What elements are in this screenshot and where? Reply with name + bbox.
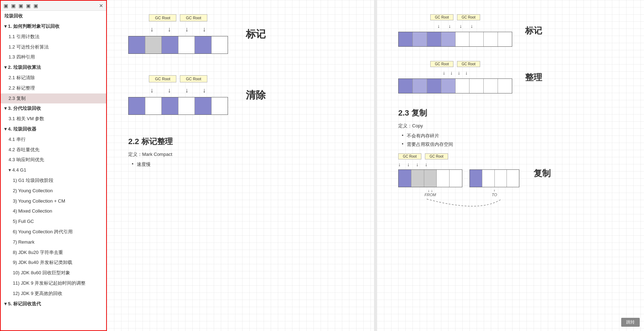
- sidebar-item-s4-4-10[interactable]: 10) JDK 8u60 回收巨型对象: [1, 268, 106, 278]
- main-content: GC Root GC Root ↓ ↓ ↓ ↓: [107, 0, 644, 331]
- smem-1: [129, 97, 145, 114]
- sidebar-tree[interactable]: ▾ 1. 如何判断对象可以回收1.1 引用计数法1.2 可达性分析算法1.3 四…: [1, 21, 106, 330]
- sidebar: ▣ ▣ ▣ ▣ ▣ ✕ 垃圾回收 ▾ 1. 如何判断对象可以回收1.1 引用计数…: [0, 0, 107, 331]
- to-b1: [470, 170, 482, 187]
- rm8: [498, 32, 512, 46]
- sidebar-item-s4-1[interactable]: 4.1 串行: [1, 134, 106, 145]
- section-22-heading: 2.2 标记整理: [128, 136, 353, 147]
- rm5: [456, 32, 470, 46]
- sidebar-item-s4-2[interactable]: 4.2 吞吐量优先: [1, 145, 106, 155]
- bullet-slow: 速度慢: [132, 161, 353, 168]
- bullet-no-frag: 不会有内存碎片: [402, 133, 623, 139]
- sidebar-item-s4-4-1[interactable]: 1) G1 垃圾回收阶段: [1, 175, 106, 186]
- gc-root-row-sweep: GC Root GC Root: [149, 75, 207, 82]
- right-compact-arrows: ↓↓↓↓: [443, 70, 468, 76]
- icon-5[interactable]: ▣: [33, 3, 38, 9]
- sidebar-item-s4[interactable]: ▾ 4. 垃圾回收器: [1, 124, 106, 134]
- from-b4: [437, 170, 450, 187]
- rm3: [427, 32, 441, 46]
- sidebar-item-s4-4-9[interactable]: 9) JDK 8u40 并发标记类卸载: [1, 258, 106, 268]
- sidebar-item-s4-4-3[interactable]: 3) Young Collection + CM: [1, 196, 106, 207]
- sidebar-item-s3[interactable]: ▾ 3. 分代垃圾回收: [1, 103, 106, 114]
- arrow-3: ↓: [185, 26, 188, 33]
- sidebar-item-s4-3[interactable]: 4.3 响应时间优先: [1, 155, 106, 165]
- sidebar-item-s3-1[interactable]: 3.1 相关 VM 参数: [1, 114, 106, 124]
- sidebar-item-s1-2[interactable]: 1.2 可达性分析算法: [1, 42, 106, 52]
- page-container: GC Root GC Root ↓ ↓ ↓ ↓: [107, 0, 644, 331]
- gc-root-2: GC Root: [180, 14, 207, 21]
- jump-button[interactable]: 跳转: [621, 318, 640, 327]
- arr-s4: ↓: [203, 87, 206, 94]
- smem-3: [162, 97, 178, 114]
- sidebar-item-s4-4[interactable]: ▾ 4.4 G1: [1, 165, 106, 175]
- icon-3[interactable]: ▣: [19, 3, 23, 9]
- sidebar-item-s4-4-11[interactable]: 11) JDK 9 并发标记起始时间的调整: [1, 278, 106, 289]
- arr-s1: ↓: [150, 87, 154, 94]
- right-gc-root-row-mark: GC Root GC Root: [430, 14, 480, 20]
- close-icon[interactable]: ✕: [99, 3, 103, 9]
- right-mark-arrows: ↓↓↓↓: [437, 23, 473, 29]
- from-section: ↓↓ FROM: [398, 169, 462, 197]
- copy-gc-2: GC Root: [425, 153, 448, 159]
- sidebar-item-s1-1[interactable]: 1.1 引用计数法: [1, 32, 106, 42]
- icon-1[interactable]: ▣: [4, 3, 8, 9]
- icon-2[interactable]: ▣: [11, 3, 16, 9]
- arrow-4: ↓: [203, 26, 206, 33]
- mem-1: [129, 36, 145, 54]
- rm7: [484, 32, 498, 46]
- smem-2: [145, 97, 162, 114]
- sweep-label: 清除: [246, 88, 266, 102]
- right-compact-row: GC Root GC Root ↓↓↓↓: [398, 61, 623, 93]
- rc6: [469, 79, 484, 93]
- mark-diagram: GC Root GC Root ↓ ↓ ↓ ↓: [128, 14, 228, 54]
- section-22-def: 定义：Mark Compact: [128, 151, 353, 158]
- arrows-sweep: ↓ ↓ ↓ ↓: [150, 87, 206, 94]
- sidebar-item-s1-3[interactable]: 1.3 四种引用: [1, 52, 106, 62]
- section-23-def: 定义：Copy: [398, 123, 623, 129]
- rc8: [498, 79, 512, 93]
- sidebar-item-s4-4-12[interactable]: 12) JDK 9 更高效的回收: [1, 289, 106, 299]
- right-mark-strip: [398, 32, 512, 47]
- from-arrows-down: ↓↓: [428, 189, 433, 193]
- right-compact-area: GC Root GC Root ↓↓↓↓: [398, 61, 623, 93]
- right-gc-c1: GC Root: [430, 61, 453, 67]
- sidebar-item-s5[interactable]: ▾ 5. 标记回收迭代: [1, 299, 106, 309]
- sidebar-item-s4-4-6[interactable]: 6) Young Collection 跨代引用: [1, 227, 106, 237]
- rm6: [469, 32, 484, 46]
- sidebar-item-s2-2[interactable]: 2.2 标记整理: [1, 83, 106, 93]
- right-gc-c2: GC Root: [457, 61, 480, 67]
- sidebar-item-s2-1[interactable]: 2.1 标记清除: [1, 73, 106, 83]
- sidebar-item-s2[interactable]: ▾ 2. 垃圾回收算法: [1, 62, 106, 73]
- right-compact-diagram: GC Root GC Root ↓↓↓↓: [398, 61, 512, 93]
- right-compact-label: 整理: [525, 72, 542, 83]
- rc7: [484, 79, 498, 93]
- right-mark-label: 标记: [525, 25, 542, 36]
- sidebar-item-s4-4-2[interactable]: 2) Young Collection: [1, 186, 106, 196]
- arr-s3: ↓: [185, 87, 188, 94]
- sidebar-item-s4-4-4[interactable]: 4) Mixed Collection: [1, 206, 106, 217]
- memory-strip-sweep: [128, 97, 228, 115]
- memory-strip-mark: [128, 36, 228, 54]
- bullet-double-mem: 需要占用双倍内存空间: [402, 141, 623, 148]
- smem-5: [195, 97, 212, 114]
- section-22-bullets: 速度慢: [128, 161, 353, 168]
- icon-4[interactable]: ▣: [26, 3, 31, 9]
- right-page: GC Root GC Root ↓↓↓↓: [377, 0, 644, 331]
- copy-diagram-container: GC Root GC Root ↓↓↓↓: [398, 153, 623, 210]
- sidebar-item-s4-4-5[interactable]: 5) Full GC: [1, 217, 106, 227]
- gc-root-row-mark: GC Root GC Root: [149, 14, 207, 21]
- copy-arc-svg: [398, 195, 526, 210]
- right-mark-area: GC Root GC Root ↓↓↓↓: [398, 14, 623, 47]
- sidebar-item-s4-4-8[interactable]: 8) JDK 8u20 字符串去重: [1, 248, 106, 258]
- to-section: ↑ TO: [469, 169, 519, 197]
- sidebar-item-s1[interactable]: ▾ 1. 如何判断对象可以回收: [1, 21, 106, 32]
- left-page: GC Root GC Root ↓ ↓ ↓ ↓: [107, 0, 374, 331]
- rm2: [413, 32, 427, 46]
- sweep-diagram-row: GC Root GC Root ↓ ↓ ↓ ↓: [128, 75, 353, 115]
- to-b2: [482, 170, 495, 187]
- sidebar-item-s2-3[interactable]: 2.3 复制: [1, 93, 106, 104]
- right-gc-root-row-compact: GC Root GC Root: [430, 61, 480, 67]
- sidebar-item-s4-4-7[interactable]: 7) Remark: [1, 237, 106, 248]
- mem-5: [195, 36, 212, 54]
- smem-4: [178, 97, 195, 114]
